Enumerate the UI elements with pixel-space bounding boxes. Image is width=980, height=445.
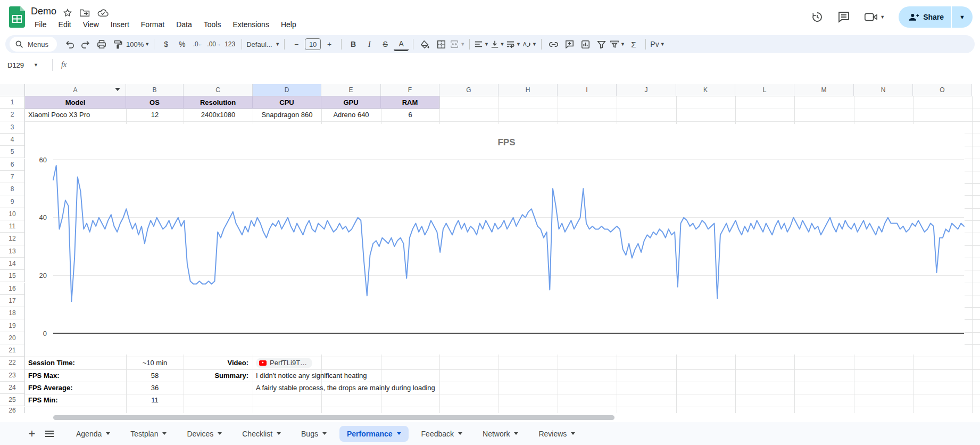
cell-B24[interactable]: 36	[126, 382, 184, 394]
row-header-16[interactable]: 16	[0, 283, 25, 295]
video-link-chip[interactable]: PerfTLi9T…	[256, 358, 312, 368]
menu-data[interactable]: Data	[171, 19, 197, 32]
row-header-21[interactable]: 21	[0, 344, 25, 357]
cell-A25[interactable]: FPS Min:	[25, 394, 126, 406]
sheet-tab-bugs[interactable]: Bugs	[294, 426, 334, 442]
share-dropdown[interactable]: ▼	[952, 14, 973, 20]
decrease-decimals-button[interactable]: .0←	[190, 37, 205, 51]
sheet-tab-network[interactable]: Network	[475, 426, 526, 442]
row-header-1[interactable]: 1	[0, 96, 25, 109]
video-call-menu[interactable]: ▼	[864, 11, 885, 23]
row-header-3[interactable]: 3	[0, 121, 25, 134]
comments-icon[interactable]	[837, 11, 850, 23]
cell-E2[interactable]: Adreno 640	[321, 109, 381, 121]
fill-color-button[interactable]	[418, 37, 433, 51]
add-sheet-button[interactable]: +	[23, 427, 40, 441]
column-header-I[interactable]: I	[558, 84, 617, 96]
menus-search-button[interactable]: Menus	[10, 37, 57, 52]
cell-F1[interactable]: RAM	[381, 96, 439, 109]
row-header-23[interactable]: 23	[0, 369, 25, 382]
row-header-13[interactable]: 13	[0, 245, 25, 258]
row-header-8[interactable]: 8	[0, 183, 25, 195]
chevron-down-icon[interactable]	[571, 432, 575, 435]
sheet-tab-checklist[interactable]: Checklist	[235, 426, 288, 442]
cell-C2[interactable]: 2400x1080	[184, 109, 253, 121]
row-header-14[interactable]: 14	[0, 258, 25, 270]
increase-font-size-button[interactable]: +	[322, 37, 337, 51]
create-filter-button[interactable]	[594, 37, 609, 51]
menu-help[interactable]: Help	[276, 19, 301, 32]
select-all-corner[interactable]	[0, 84, 25, 96]
menu-view[interactable]: View	[78, 19, 104, 32]
print-button[interactable]	[94, 37, 109, 51]
cell-C22[interactable]: Video:	[184, 357, 253, 369]
menu-edit[interactable]: Edit	[54, 19, 76, 32]
cell-D1[interactable]: CPU	[253, 96, 321, 109]
column-header-L[interactable]: L	[735, 84, 794, 96]
column-header-H[interactable]: H	[499, 84, 558, 96]
document-title[interactable]: Demo	[31, 6, 56, 17]
bold-button[interactable]: B	[346, 37, 361, 51]
row-header-17[interactable]: 17	[0, 295, 25, 307]
cell-A22[interactable]: Session Time:	[25, 357, 126, 369]
menu-tools[interactable]: Tools	[199, 19, 226, 32]
column-header-G[interactable]: G	[439, 84, 499, 96]
chevron-down-icon[interactable]	[218, 432, 222, 435]
zoom-control[interactable]: 100%▼	[126, 37, 150, 51]
row-header-4[interactable]: 4	[0, 134, 25, 146]
column-header-A[interactable]: A	[25, 84, 126, 96]
increase-decimals-button[interactable]: .00→	[206, 37, 221, 51]
cell-D2[interactable]: Snapdragon 860	[253, 109, 321, 121]
cell-B1[interactable]: OS	[126, 96, 184, 109]
chevron-down-icon[interactable]	[514, 432, 518, 435]
cell-D24[interactable]: A fairly stable process, the drops are m…	[253, 382, 459, 394]
strikethrough-button[interactable]: S	[378, 37, 393, 51]
cloud-saved-icon[interactable]	[97, 9, 109, 17]
more-formats-button[interactable]: 123	[222, 37, 237, 51]
share-button[interactable]: Share ▼	[899, 6, 973, 28]
font-size-input[interactable]: 10	[305, 38, 321, 50]
chevron-down-icon[interactable]	[277, 432, 281, 435]
sheet-tab-devices[interactable]: Devices	[179, 426, 229, 442]
filter-dropdown-icon[interactable]	[115, 88, 120, 91]
column-header-J[interactable]: J	[617, 84, 676, 96]
row-header-11[interactable]: 11	[0, 220, 25, 233]
cell-B2[interactable]: 12	[126, 109, 184, 121]
all-sheets-button[interactable]	[40, 430, 59, 438]
format-currency-button[interactable]: $	[159, 37, 173, 51]
version-history-icon[interactable]	[811, 11, 824, 23]
cell-A1[interactable]: Model	[25, 96, 126, 109]
functions-button[interactable]: Σ	[626, 37, 641, 51]
chevron-down-icon[interactable]	[162, 432, 167, 435]
cell-A2[interactable]: Xiaomi Poco X3 Pro	[25, 109, 126, 121]
row-header-5[interactable]: 5	[0, 146, 25, 158]
menu-insert[interactable]: Insert	[106, 19, 134, 32]
cell-B23[interactable]: 58	[126, 369, 184, 382]
insert-chart-button[interactable]	[578, 37, 593, 51]
sheets-logo-icon[interactable]	[9, 6, 25, 28]
cell-D23[interactable]: I didn't notice any significant heating	[253, 369, 459, 382]
name-box[interactable]: D129 ▼	[0, 61, 51, 69]
filter-views-button[interactable]: ▼	[610, 37, 625, 51]
column-header-O[interactable]: O	[913, 84, 972, 96]
paint-format-button[interactable]	[110, 37, 125, 51]
menu-format[interactable]: Format	[136, 19, 169, 32]
horizontal-scrollbar-thumb[interactable]	[53, 415, 614, 420]
font-selector[interactable]: Defaul...▼	[246, 37, 280, 51]
row-header-7[interactable]: 7	[0, 171, 25, 183]
vertical-align-button[interactable]: ▼	[490, 37, 505, 51]
column-header-M[interactable]: M	[794, 84, 854, 96]
sheet-tab-testplan[interactable]: Testplan	[123, 426, 174, 442]
sheet-tab-feedback[interactable]: Feedback	[414, 426, 470, 442]
sheet-tab-performance[interactable]: Performance	[339, 426, 409, 442]
menu-file[interactable]: File	[30, 19, 52, 32]
decrease-font-size-button[interactable]: −	[289, 37, 304, 51]
sheet-tab-reviews[interactable]: Reviews	[531, 426, 583, 442]
undo-button[interactable]	[62, 37, 77, 51]
cell-B25[interactable]: 11	[126, 394, 184, 406]
text-rotation-button[interactable]: A▼	[522, 37, 537, 51]
insert-comment-button[interactable]	[562, 37, 577, 51]
chevron-down-icon[interactable]	[322, 432, 327, 435]
text-color-button[interactable]: A	[394, 37, 409, 51]
row-header-18[interactable]: 18	[0, 307, 25, 319]
